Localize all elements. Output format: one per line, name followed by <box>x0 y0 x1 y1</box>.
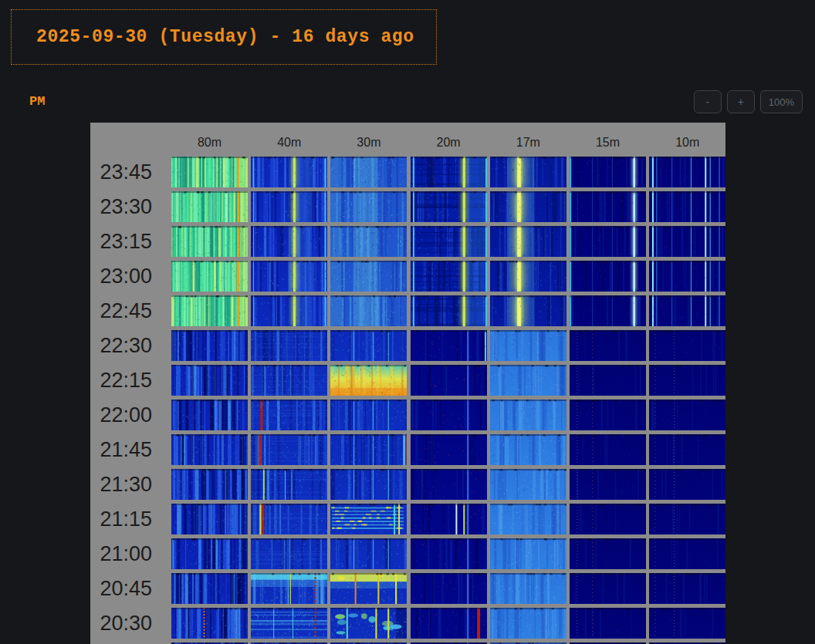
spectrogram-cell-23:00-10m[interactable] <box>649 261 725 292</box>
spectrogram-cell-21:00-15m[interactable] <box>570 538 646 569</box>
spectrogram-cell-22:30-20m[interactable] <box>411 330 487 361</box>
spectrogram-cell-22:30-10m[interactable] <box>649 330 725 361</box>
spectrogram-cell-21:45-17m[interactable] <box>490 434 566 465</box>
spectrogram-cell-23:15-80m[interactable] <box>171 226 248 257</box>
spectrogram-cell-22:15-80m[interactable] <box>171 365 248 396</box>
spectrogram-cell-21:00-80m[interactable] <box>171 538 248 569</box>
spectrogram-cell-23:45-40m[interactable] <box>251 157 327 187</box>
spectrogram-cell-21:45-10m[interactable] <box>649 434 725 465</box>
spectrogram-cell-20:30-40m[interactable] <box>251 608 327 639</box>
spectrogram-cell-23:00-17m[interactable] <box>490 261 566 292</box>
spectrogram-cell-21:45-80m[interactable] <box>171 434 248 465</box>
spectrogram-cell-20:45-30m[interactable] <box>330 573 407 604</box>
spectrogram-cell-21:15-10m[interactable] <box>649 504 725 534</box>
spectrogram-cell-22:45-15m[interactable] <box>570 295 646 326</box>
spectrogram-cell-21:00-30m[interactable] <box>330 538 407 569</box>
spectrogram-cell-20:45-80m[interactable] <box>171 573 248 604</box>
spectrogram-cell-20:45-40m[interactable] <box>251 573 327 604</box>
spectrogram-cell-23:45-20m[interactable] <box>411 157 487 187</box>
spectrogram-cell-20:30-20m[interactable] <box>411 608 487 639</box>
spectrogram-cell-22:45-80m[interactable] <box>171 295 248 326</box>
spectrogram-cell-23:15-40m[interactable] <box>251 226 327 257</box>
spectrogram-cell-20:30-10m[interactable] <box>649 608 725 639</box>
spectrogram-cell-22:00-80m[interactable] <box>171 400 248 430</box>
spectrogram-cell-23:15-15m[interactable] <box>570 226 646 257</box>
spectrogram-cell-23:45-10m[interactable] <box>649 157 725 187</box>
spectrogram-cell-22:15-30m[interactable] <box>330 365 407 396</box>
spectrogram-cell-23:45-15m[interactable] <box>570 157 646 187</box>
spectrogram-cell-21:15-80m[interactable] <box>171 504 248 534</box>
spectrogram-cell-23:45-17m[interactable] <box>490 157 566 187</box>
spectrogram-cell-22:15-40m[interactable] <box>251 365 327 396</box>
spectrogram-cell-22:15-20m[interactable] <box>411 365 487 396</box>
spectrogram-cell-21:30-15m[interactable] <box>570 469 646 500</box>
spectrogram-cell-22:30-15m[interactable] <box>570 330 646 361</box>
spectrogram-cell-23:30-10m[interactable] <box>649 191 725 222</box>
spectrogram-cell-23:00-20m[interactable] <box>411 261 487 292</box>
spectrogram-cell-23:00-15m[interactable] <box>570 261 646 292</box>
spectrogram-cell-20:45-15m[interactable] <box>570 573 646 604</box>
spectrogram-cell-23:30-17m[interactable] <box>490 191 566 222</box>
spectrogram-cell-21:45-15m[interactable] <box>570 434 646 465</box>
spectrogram-cell-22:00-40m[interactable] <box>251 400 327 430</box>
spectrogram-cell-23:15-20m[interactable] <box>411 226 487 257</box>
spectrogram-cell-21:30-30m[interactable] <box>330 469 407 500</box>
spectrogram-cell-21:30-40m[interactable] <box>251 469 327 500</box>
spectrogram-cell-20:30-15m[interactable] <box>570 608 646 639</box>
spectrogram-cell-21:15-15m[interactable] <box>570 504 646 534</box>
spectrogram-cell-23:30-40m[interactable] <box>251 191 327 222</box>
spectrogram-cell-23:45-80m[interactable] <box>171 157 248 187</box>
spectrogram-cell-22:30-40m[interactable] <box>251 330 327 361</box>
spectrogram-cell-22:30-17m[interactable] <box>490 330 566 361</box>
spectrogram-cell-23:00-80m[interactable] <box>171 261 248 292</box>
spectrogram-cell-22:15-15m[interactable] <box>570 365 646 396</box>
spectrogram-cell-20:30-17m[interactable] <box>490 608 566 639</box>
spectrogram-cell-21:15-40m[interactable] <box>251 504 327 534</box>
spectrogram-cell-22:00-15m[interactable] <box>570 400 646 430</box>
spectrogram-cell-21:15-17m[interactable] <box>490 504 566 534</box>
spectrogram-cell-21:15-20m[interactable] <box>411 504 487 534</box>
spectrogram-cell-22:45-17m[interactable] <box>490 295 566 326</box>
spectrogram-cell-22:00-20m[interactable] <box>411 400 487 430</box>
spectrogram-cell-20:45-10m[interactable] <box>649 573 725 604</box>
spectrogram-cell-21:00-20m[interactable] <box>411 538 487 569</box>
spectrogram-cell-22:15-17m[interactable] <box>490 365 566 396</box>
spectrogram-cell-23:30-30m[interactable] <box>330 191 407 222</box>
spectrogram-cell-22:45-20m[interactable] <box>411 295 487 326</box>
spectrogram-cell-22:00-30m[interactable] <box>330 400 407 430</box>
spectrogram-cell-23:45-30m[interactable] <box>330 157 407 187</box>
spectrogram-cell-21:30-10m[interactable] <box>649 469 725 500</box>
spectrogram-cell-23:00-30m[interactable] <box>330 261 407 292</box>
spectrogram-cell-22:00-17m[interactable] <box>490 400 566 430</box>
spectrogram-cell-21:30-17m[interactable] <box>490 469 566 500</box>
zoom-out-button[interactable]: - <box>694 90 722 113</box>
spectrogram-cell-22:00-10m[interactable] <box>649 400 725 430</box>
spectrogram-cell-23:00-40m[interactable] <box>251 261 327 292</box>
spectrogram-cell-23:15-30m[interactable] <box>330 226 407 257</box>
spectrogram-cell-20:45-17m[interactable] <box>490 573 566 604</box>
spectrogram-cell-21:45-40m[interactable] <box>251 434 327 465</box>
spectrogram-cell-23:30-80m[interactable] <box>171 191 248 222</box>
spectrogram-cell-23:30-15m[interactable] <box>570 191 646 222</box>
zoom-level-button[interactable]: 100% <box>760 90 803 113</box>
spectrogram-cell-20:30-30m[interactable] <box>330 608 407 639</box>
spectrogram-cell-21:00-17m[interactable] <box>490 538 566 569</box>
spectrogram-cell-21:00-40m[interactable] <box>251 538 327 569</box>
spectrogram-cell-22:45-10m[interactable] <box>649 295 725 326</box>
spectrogram-cell-23:30-20m[interactable] <box>411 191 487 222</box>
spectrogram-cell-23:15-10m[interactable] <box>649 226 725 257</box>
spectrogram-cell-21:15-30m[interactable] <box>330 504 407 534</box>
spectrogram-cell-20:30-80m[interactable] <box>171 608 248 639</box>
spectrogram-cell-21:45-20m[interactable] <box>411 434 487 465</box>
spectrogram-cell-22:30-30m[interactable] <box>330 330 407 361</box>
spectrogram-cell-21:30-80m[interactable] <box>171 469 248 500</box>
spectrogram-cell-21:45-30m[interactable] <box>330 434 407 465</box>
spectrogram-cell-22:30-80m[interactable] <box>171 330 248 361</box>
spectrogram-cell-21:00-10m[interactable] <box>649 538 725 569</box>
spectrogram-cell-22:45-30m[interactable] <box>330 295 407 326</box>
spectrogram-cell-20:45-20m[interactable] <box>411 573 487 604</box>
spectrogram-cell-22:15-10m[interactable] <box>649 365 725 396</box>
spectrogram-cell-23:15-17m[interactable] <box>490 226 566 257</box>
zoom-in-button[interactable]: + <box>727 90 755 113</box>
spectrogram-cell-21:30-20m[interactable] <box>411 469 487 500</box>
